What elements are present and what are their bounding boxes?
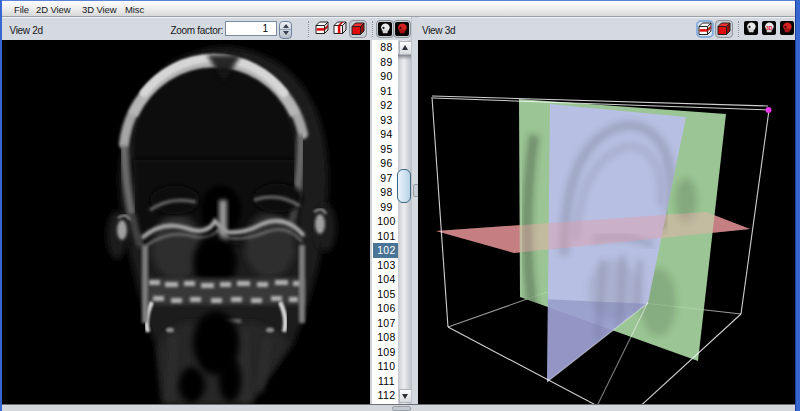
svg-text:3D: 3D — [766, 25, 773, 31]
